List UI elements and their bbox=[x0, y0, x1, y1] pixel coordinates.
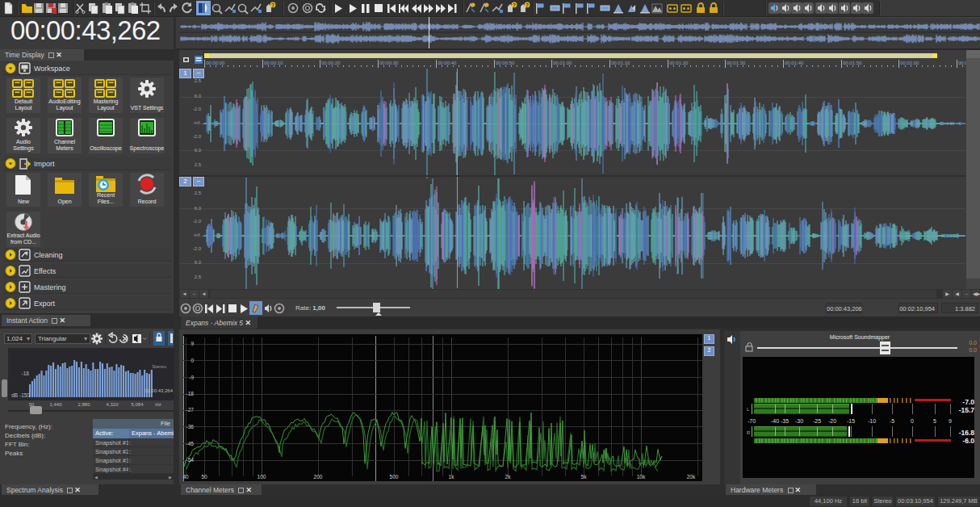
svg-text:0: 0 bbox=[911, 418, 914, 424]
svg-text:-30: -30 bbox=[795, 418, 803, 424]
svg-text:-35: -35 bbox=[781, 418, 789, 424]
svg-text:-5: -5 bbox=[890, 418, 894, 424]
svg-text:-15.7: -15.7 bbox=[959, 406, 975, 414]
svg-text:-20: -20 bbox=[828, 418, 836, 424]
svg-text:-16.8: -16.8 bbox=[959, 429, 975, 437]
svg-text:-40: -40 bbox=[771, 418, 779, 424]
svg-text:R: R bbox=[747, 430, 751, 435]
svg-text:-6.0: -6.0 bbox=[962, 437, 974, 445]
svg-text:-10: -10 bbox=[868, 418, 876, 424]
svg-text:5: 5 bbox=[933, 418, 936, 424]
svg-text:-70: -70 bbox=[748, 418, 756, 424]
svg-text:-25: -25 bbox=[813, 418, 821, 424]
svg-text:-7.0: -7.0 bbox=[962, 398, 974, 406]
svg-text:L: L bbox=[747, 407, 750, 412]
svg-text:9: 9 bbox=[949, 418, 952, 424]
svg-text:-15: -15 bbox=[847, 418, 855, 424]
